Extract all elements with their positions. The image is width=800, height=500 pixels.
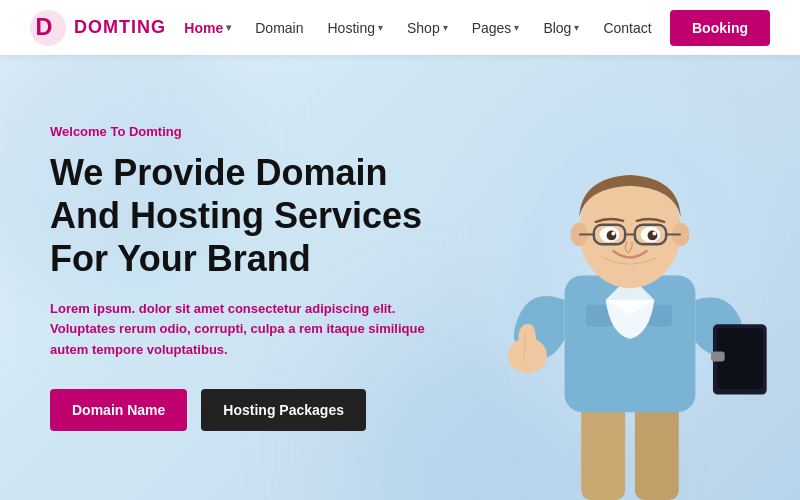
hero-title: We Provide Domain And Hosting Services F…	[50, 151, 430, 281]
nav-link-home[interactable]: Home ▾	[184, 20, 231, 36]
brand-name: DOMTING	[74, 17, 166, 38]
chevron-down-icon: ▾	[574, 22, 579, 33]
hosting-packages-button[interactable]: Hosting Packages	[201, 389, 366, 431]
booking-button[interactable]: Booking	[670, 10, 770, 46]
hero-buttons: Domain Name Hosting Packages	[50, 389, 430, 431]
hero-content: Welcome To Domting We Provide Domain And…	[0, 124, 480, 431]
svg-point-23	[607, 231, 617, 241]
svg-text:D: D	[35, 14, 52, 40]
chevron-down-icon: ▾	[226, 22, 231, 33]
nav-link-shop[interactable]: Shop ▾	[407, 20, 448, 36]
chevron-down-icon: ▾	[443, 22, 448, 33]
nav-link-contact[interactable]: Contact	[603, 20, 651, 36]
nav-link-pages[interactable]: Pages ▾	[472, 20, 520, 36]
person-illustration	[475, 90, 785, 500]
hero-description: Lorem ipsum. dolor sit amet consectetur …	[50, 299, 430, 361]
welcome-text: Welcome To Domting	[50, 124, 430, 139]
nav-item-contact[interactable]: Contact	[603, 20, 651, 36]
logo-icon: D	[30, 10, 66, 46]
svg-point-24	[648, 231, 658, 241]
chevron-down-icon: ▾	[378, 22, 383, 33]
logo[interactable]: D DOMTING	[30, 10, 166, 46]
svg-point-26	[652, 232, 656, 236]
nav-links: Home ▾ Domain Hosting ▾ Shop ▾ Pages ▾	[184, 20, 651, 36]
hero-person-image	[460, 80, 800, 500]
nav-link-hosting[interactable]: Hosting ▾	[328, 20, 383, 36]
nav-item-hosting[interactable]: Hosting ▾	[328, 20, 383, 36]
hero-section: Welcome To Domting We Provide Domain And…	[0, 55, 800, 500]
navbar: D DOMTING Home ▾ Domain Hosting ▾ Shop ▾	[0, 0, 800, 55]
nav-item-shop[interactable]: Shop ▾	[407, 20, 448, 36]
nav-item-home[interactable]: Home ▾	[184, 20, 231, 36]
nav-item-blog[interactable]: Blog ▾	[543, 20, 579, 36]
nav-item-pages[interactable]: Pages ▾	[472, 20, 520, 36]
domain-name-button[interactable]: Domain Name	[50, 389, 187, 431]
svg-point-25	[611, 232, 615, 236]
nav-item-domain[interactable]: Domain	[255, 20, 303, 36]
chevron-down-icon: ▾	[514, 22, 519, 33]
nav-link-domain[interactable]: Domain	[255, 20, 303, 36]
nav-link-blog[interactable]: Blog ▾	[543, 20, 579, 36]
svg-rect-12	[711, 352, 725, 362]
